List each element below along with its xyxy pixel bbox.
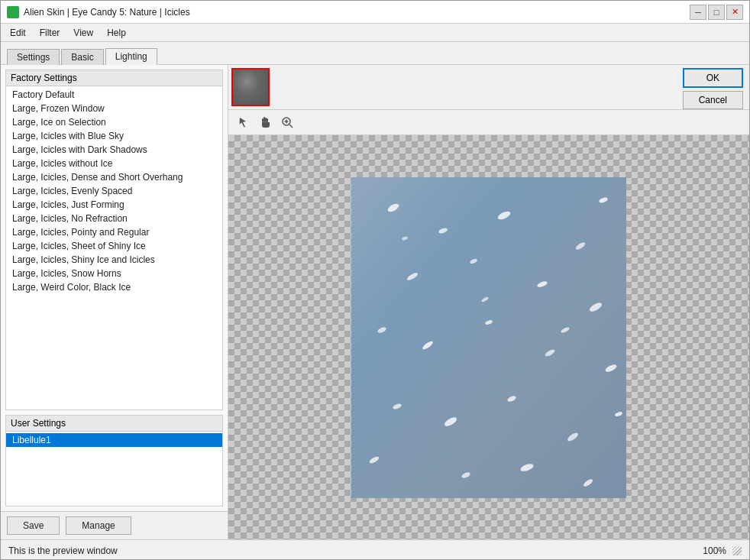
list-item[interactable]: Large, Icicles, Just Forming: [6, 198, 222, 212]
svg-rect-1: [265, 118, 267, 122]
cancel-button[interactable]: Cancel: [683, 91, 743, 109]
status-right: 100%: [703, 545, 742, 556]
preview-area[interactable]: [228, 135, 749, 539]
list-item[interactable]: Large, Icicles, No Refraction: [6, 212, 222, 225]
svg-rect-8: [351, 177, 626, 498]
preview-thumbnail[interactable]: [231, 68, 270, 106]
minimize-button[interactable]: ─: [690, 5, 706, 20]
tab-settings[interactable]: Settings: [7, 49, 60, 65]
right-top-bar: [228, 65, 749, 110]
thumbnail-image: [233, 70, 268, 105]
status-bar: This is the preview window 100%: [1, 539, 749, 560]
tab-bar: Settings Basic Lighting: [1, 42, 749, 65]
zoom-level: 100%: [703, 545, 726, 556]
hand-icon[interactable]: [256, 113, 276, 131]
save-button[interactable]: Save: [7, 516, 60, 535]
menu-filter[interactable]: Filter: [34, 26, 66, 40]
list-item[interactable]: Large, Weird Color, Black Ice: [6, 280, 222, 294]
window-title: Alien Skin | Eye Candy 5: Nature | Icicl…: [24, 7, 190, 18]
menu-view[interactable]: View: [67, 26, 99, 40]
factory-settings-section: Factory Settings Factory Default Large, …: [5, 70, 223, 410]
list-item[interactable]: Factory Default: [6, 88, 222, 102]
left-panel: Factory Settings Factory Default Large, …: [1, 65, 228, 539]
menu-help[interactable]: Help: [101, 26, 132, 40]
maximize-button[interactable]: □: [708, 5, 725, 20]
title-bar: Alien Skin | Eye Candy 5: Nature | Icicl…: [1, 1, 749, 24]
resize-handle[interactable]: [732, 546, 742, 555]
status-message: This is the preview window: [8, 545, 118, 556]
list-item[interactable]: Large, Ice on Selection: [6, 115, 222, 129]
svg-rect-3: [262, 118, 263, 122]
factory-settings-header: Factory Settings: [6, 70, 222, 86]
list-item[interactable]: Large, Frozen Window: [6, 102, 222, 115]
right-panel: OK Cancel: [228, 65, 749, 539]
manage-button[interactable]: Manage: [66, 516, 131, 535]
main-content: Factory Settings Factory Default Large, …: [1, 65, 749, 539]
list-item[interactable]: Large, Icicles, Sheet of Shiny Ice: [6, 239, 222, 253]
user-settings-section: User Settings Libellule1: [5, 415, 223, 507]
factory-settings-list[interactable]: Factory Default Large, Frozen Window Lar…: [6, 86, 222, 409]
tab-basic[interactable]: Basic: [61, 49, 103, 65]
user-settings-list[interactable]: Libellule1: [6, 432, 222, 506]
list-item[interactable]: Large, Icicles, Dense and Short Overhang: [6, 170, 222, 184]
bottom-buttons: Save Manage: [1, 511, 228, 539]
right-actions: OK Cancel: [683, 68, 743, 109]
title-bar-controls: ─ □ ✕: [690, 5, 743, 20]
arrow-icon[interactable]: [234, 113, 254, 131]
toolbar-icons: [228, 110, 749, 135]
ok-button[interactable]: OK: [683, 68, 743, 88]
title-bar-left: Alien Skin | Eye Candy 5: Nature | Icicl…: [7, 6, 190, 18]
svg-rect-2: [267, 118, 268, 122]
svg-rect-0: [263, 117, 265, 122]
list-item[interactable]: Large, Icicles, Shiny Ice and Icicles: [6, 253, 222, 267]
list-item[interactable]: Large, Icicles, Snow Horns: [6, 267, 222, 280]
user-item[interactable]: Libellule1: [6, 433, 222, 447]
list-item[interactable]: Large, Icicles with Dark Shadows: [6, 143, 222, 157]
list-item[interactable]: Large, Icicles without Ice: [6, 157, 222, 170]
tab-lighting[interactable]: Lighting: [105, 48, 157, 65]
preview-image: [351, 177, 626, 498]
zoom-icon[interactable]: [277, 113, 297, 131]
close-button[interactable]: ✕: [726, 5, 743, 20]
svg-line-5: [289, 125, 293, 128]
app-icon: [7, 6, 19, 18]
list-item[interactable]: Large, Icicles with Blue Sky: [6, 129, 222, 143]
list-item[interactable]: Large, Icicles, Pointy and Regular: [6, 225, 222, 239]
menu-bar: Edit Filter View Help: [1, 24, 749, 42]
menu-edit[interactable]: Edit: [4, 26, 32, 40]
user-settings-header: User Settings: [6, 416, 222, 432]
list-item[interactable]: Large, Icicles, Evenly Spaced: [6, 184, 222, 198]
